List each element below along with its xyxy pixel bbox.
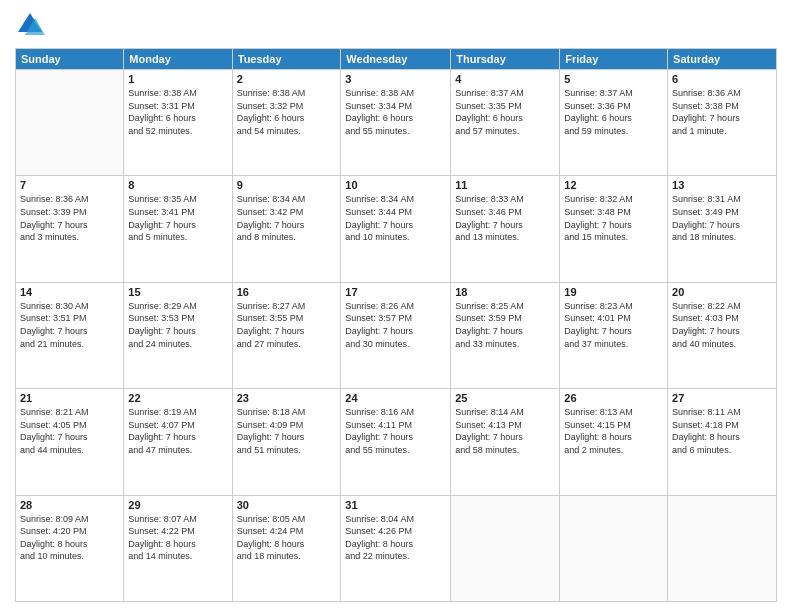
day-number: 24 [345,392,446,404]
day-number: 20 [672,286,772,298]
day-number: 12 [564,179,663,191]
calendar-cell: 5Sunrise: 8:37 AM Sunset: 3:36 PM Daylig… [560,70,668,176]
day-number: 8 [128,179,227,191]
day-number: 6 [672,73,772,85]
day-number: 14 [20,286,119,298]
calendar-cell [668,495,777,601]
calendar-cell: 11Sunrise: 8:33 AM Sunset: 3:46 PM Dayli… [451,176,560,282]
calendar-cell: 22Sunrise: 8:19 AM Sunset: 4:07 PM Dayli… [124,389,232,495]
day-number: 28 [20,499,119,511]
day-info: Sunrise: 8:25 AM Sunset: 3:59 PM Dayligh… [455,300,555,350]
day-info: Sunrise: 8:04 AM Sunset: 4:26 PM Dayligh… [345,513,446,563]
day-info: Sunrise: 8:36 AM Sunset: 3:38 PM Dayligh… [672,87,772,137]
day-info: Sunrise: 8:34 AM Sunset: 3:42 PM Dayligh… [237,193,337,243]
day-info: Sunrise: 8:38 AM Sunset: 3:34 PM Dayligh… [345,87,446,137]
day-number: 21 [20,392,119,404]
day-number: 16 [237,286,337,298]
calendar-page: SundayMondayTuesdayWednesdayThursdayFrid… [0,0,792,612]
calendar-cell: 29Sunrise: 8:07 AM Sunset: 4:22 PM Dayli… [124,495,232,601]
calendar-cell: 4Sunrise: 8:37 AM Sunset: 3:35 PM Daylig… [451,70,560,176]
calendar-cell [451,495,560,601]
calendar-table: SundayMondayTuesdayWednesdayThursdayFrid… [15,48,777,602]
day-info: Sunrise: 8:37 AM Sunset: 3:36 PM Dayligh… [564,87,663,137]
weekday-header: Monday [124,49,232,70]
day-number: 25 [455,392,555,404]
calendar-cell: 25Sunrise: 8:14 AM Sunset: 4:13 PM Dayli… [451,389,560,495]
calendar-cell: 13Sunrise: 8:31 AM Sunset: 3:49 PM Dayli… [668,176,777,282]
weekday-header: Saturday [668,49,777,70]
day-info: Sunrise: 8:35 AM Sunset: 3:41 PM Dayligh… [128,193,227,243]
calendar-cell: 6Sunrise: 8:36 AM Sunset: 3:38 PM Daylig… [668,70,777,176]
day-number: 29 [128,499,227,511]
calendar-week-row: 21Sunrise: 8:21 AM Sunset: 4:05 PM Dayli… [16,389,777,495]
day-info: Sunrise: 8:23 AM Sunset: 4:01 PM Dayligh… [564,300,663,350]
weekday-header: Wednesday [341,49,451,70]
calendar-cell: 19Sunrise: 8:23 AM Sunset: 4:01 PM Dayli… [560,282,668,388]
calendar-cell: 16Sunrise: 8:27 AM Sunset: 3:55 PM Dayli… [232,282,341,388]
calendar-cell: 28Sunrise: 8:09 AM Sunset: 4:20 PM Dayli… [16,495,124,601]
calendar-week-row: 28Sunrise: 8:09 AM Sunset: 4:20 PM Dayli… [16,495,777,601]
logo-icon [15,10,45,40]
day-info: Sunrise: 8:30 AM Sunset: 3:51 PM Dayligh… [20,300,119,350]
calendar-cell: 20Sunrise: 8:22 AM Sunset: 4:03 PM Dayli… [668,282,777,388]
calendar-cell [560,495,668,601]
day-info: Sunrise: 8:11 AM Sunset: 4:18 PM Dayligh… [672,406,772,456]
day-number: 26 [564,392,663,404]
day-info: Sunrise: 8:16 AM Sunset: 4:11 PM Dayligh… [345,406,446,456]
day-info: Sunrise: 8:26 AM Sunset: 3:57 PM Dayligh… [345,300,446,350]
calendar-cell: 23Sunrise: 8:18 AM Sunset: 4:09 PM Dayli… [232,389,341,495]
calendar-cell: 3Sunrise: 8:38 AM Sunset: 3:34 PM Daylig… [341,70,451,176]
day-info: Sunrise: 8:34 AM Sunset: 3:44 PM Dayligh… [345,193,446,243]
day-number: 7 [20,179,119,191]
day-number: 22 [128,392,227,404]
day-info: Sunrise: 8:32 AM Sunset: 3:48 PM Dayligh… [564,193,663,243]
weekday-header: Friday [560,49,668,70]
day-number: 23 [237,392,337,404]
calendar-cell: 9Sunrise: 8:34 AM Sunset: 3:42 PM Daylig… [232,176,341,282]
day-number: 10 [345,179,446,191]
calendar-cell: 1Sunrise: 8:38 AM Sunset: 3:31 PM Daylig… [124,70,232,176]
calendar-cell [16,70,124,176]
day-number: 5 [564,73,663,85]
calendar-cell: 21Sunrise: 8:21 AM Sunset: 4:05 PM Dayli… [16,389,124,495]
day-number: 2 [237,73,337,85]
day-info: Sunrise: 8:37 AM Sunset: 3:35 PM Dayligh… [455,87,555,137]
day-info: Sunrise: 8:33 AM Sunset: 3:46 PM Dayligh… [455,193,555,243]
weekday-header: Tuesday [232,49,341,70]
page-header [15,10,777,40]
calendar-cell: 2Sunrise: 8:38 AM Sunset: 3:32 PM Daylig… [232,70,341,176]
day-info: Sunrise: 8:31 AM Sunset: 3:49 PM Dayligh… [672,193,772,243]
calendar-cell: 24Sunrise: 8:16 AM Sunset: 4:11 PM Dayli… [341,389,451,495]
day-info: Sunrise: 8:14 AM Sunset: 4:13 PM Dayligh… [455,406,555,456]
calendar-cell: 12Sunrise: 8:32 AM Sunset: 3:48 PM Dayli… [560,176,668,282]
calendar-cell: 18Sunrise: 8:25 AM Sunset: 3:59 PM Dayli… [451,282,560,388]
day-number: 9 [237,179,337,191]
day-number: 31 [345,499,446,511]
calendar-week-row: 1Sunrise: 8:38 AM Sunset: 3:31 PM Daylig… [16,70,777,176]
calendar-cell: 10Sunrise: 8:34 AM Sunset: 3:44 PM Dayli… [341,176,451,282]
day-info: Sunrise: 8:38 AM Sunset: 3:32 PM Dayligh… [237,87,337,137]
day-info: Sunrise: 8:09 AM Sunset: 4:20 PM Dayligh… [20,513,119,563]
calendar-week-row: 7Sunrise: 8:36 AM Sunset: 3:39 PM Daylig… [16,176,777,282]
day-number: 27 [672,392,772,404]
day-number: 18 [455,286,555,298]
day-info: Sunrise: 8:05 AM Sunset: 4:24 PM Dayligh… [237,513,337,563]
day-info: Sunrise: 8:22 AM Sunset: 4:03 PM Dayligh… [672,300,772,350]
calendar-cell: 7Sunrise: 8:36 AM Sunset: 3:39 PM Daylig… [16,176,124,282]
day-number: 4 [455,73,555,85]
calendar-cell: 30Sunrise: 8:05 AM Sunset: 4:24 PM Dayli… [232,495,341,601]
calendar-cell: 14Sunrise: 8:30 AM Sunset: 3:51 PM Dayli… [16,282,124,388]
calendar-cell: 17Sunrise: 8:26 AM Sunset: 3:57 PM Dayli… [341,282,451,388]
day-number: 13 [672,179,772,191]
day-number: 15 [128,286,227,298]
calendar-cell: 26Sunrise: 8:13 AM Sunset: 4:15 PM Dayli… [560,389,668,495]
day-info: Sunrise: 8:36 AM Sunset: 3:39 PM Dayligh… [20,193,119,243]
weekday-header: Thursday [451,49,560,70]
day-info: Sunrise: 8:38 AM Sunset: 3:31 PM Dayligh… [128,87,227,137]
day-info: Sunrise: 8:18 AM Sunset: 4:09 PM Dayligh… [237,406,337,456]
day-number: 1 [128,73,227,85]
day-info: Sunrise: 8:13 AM Sunset: 4:15 PM Dayligh… [564,406,663,456]
day-number: 30 [237,499,337,511]
logo [15,10,49,40]
calendar-cell: 31Sunrise: 8:04 AM Sunset: 4:26 PM Dayli… [341,495,451,601]
